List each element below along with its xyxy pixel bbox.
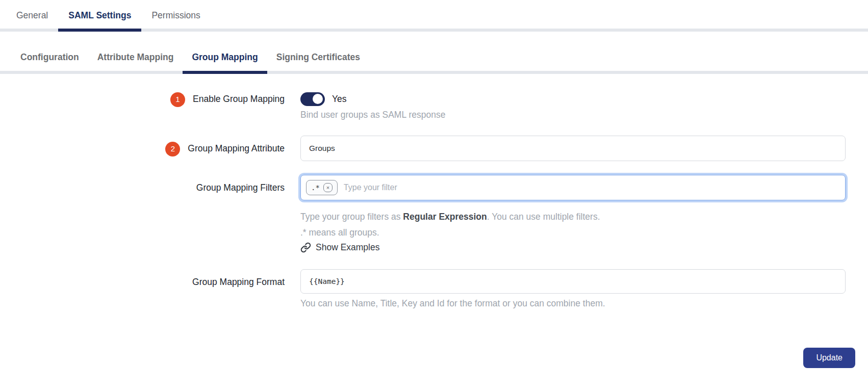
filters-help-line2: .* means all groups. [300, 225, 846, 241]
filter-chip-value: .* [311, 184, 320, 192]
tab-permissions[interactable]: Permissions [141, 0, 210, 32]
group-mapping-attribute-label-col: 2Group Mapping Attribute [0, 136, 285, 161]
group-mapping-filters-label: Group Mapping Filters [0, 175, 285, 200]
enable-group-mapping-label: Enable Group Mapping [193, 94, 285, 104]
group-mapping-attribute-label: Group Mapping Attribute [188, 143, 285, 153]
filters-help-line1: Type your group filters as Regular Expre… [300, 209, 846, 225]
group-mapping-filters-row: Group Mapping Filters .* × Type your gro… [0, 175, 868, 255]
subtab-attribute-mapping[interactable]: Attribute Mapping [88, 45, 183, 74]
group-mapping-attribute-input[interactable] [300, 136, 846, 161]
group-mapping-attribute-row: 2Group Mapping Attribute [0, 136, 868, 161]
show-examples-link[interactable]: Show Examples [300, 242, 379, 253]
filter-chip: .* × [306, 180, 338, 195]
remove-filter-icon[interactable]: × [323, 183, 333, 192]
group-mapping-format-input[interactable] [300, 269, 846, 294]
enable-group-mapping-help: Bind user groups as SAML response [300, 110, 846, 120]
update-button[interactable]: Update [803, 348, 855, 368]
enable-group-mapping-row: 1Enable Group Mapping Yes Bind user grou… [0, 91, 868, 120]
enable-group-mapping-label-col: 1Enable Group Mapping [0, 91, 285, 107]
subtab-signing-certificates[interactable]: Signing Certificates [267, 45, 369, 74]
link-icon [300, 242, 311, 253]
group-mapping-form: 1Enable Group Mapping Yes Bind user grou… [0, 74, 868, 368]
enable-group-mapping-toggle[interactable] [300, 92, 325, 106]
group-mapping-filters-input[interactable]: .* × [300, 175, 846, 200]
step-1-badge: 1 [170, 92, 185, 107]
form-actions: Update [0, 348, 868, 368]
tab-general[interactable]: General [6, 0, 58, 32]
regular-expression-emphasis: Regular Expression [403, 212, 487, 222]
subtab-configuration[interactable]: Configuration [11, 45, 88, 74]
filters-help-text: Type your group filters as Regular Expre… [300, 209, 846, 240]
format-help-text: You can use Name, Title, Key and Id for … [300, 298, 846, 309]
subtab-group-mapping[interactable]: Group Mapping [183, 45, 267, 74]
toggle-state-label: Yes [332, 94, 347, 105]
main-tab-bar: General SAML Settings Permissions [0, 0, 868, 32]
step-2-badge: 2 [165, 142, 180, 157]
toggle-knob [313, 94, 323, 104]
show-examples-label: Show Examples [316, 242, 379, 253]
tab-saml-settings[interactable]: SAML Settings [58, 0, 141, 32]
group-mapping-format-label: Group Mapping Format [0, 269, 285, 295]
group-mapping-format-row: Group Mapping Format You can use Name, T… [0, 269, 868, 309]
filter-text-input[interactable] [344, 183, 840, 192]
saml-sub-tab-bar: Configuration Attribute Mapping Group Ma… [0, 45, 868, 74]
